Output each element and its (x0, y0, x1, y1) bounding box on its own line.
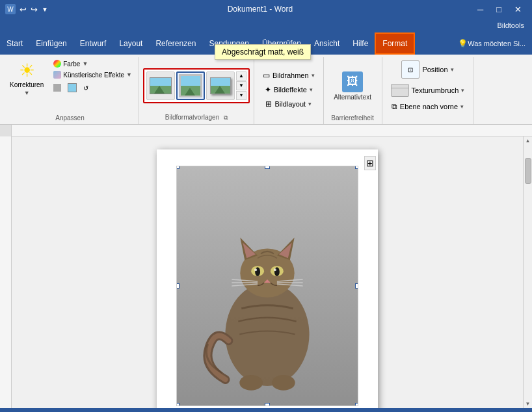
reset-icon: ↺ (83, 84, 88, 92)
handle-tc[interactable] (265, 166, 270, 169)
menu-layout[interactable]: Layout (113, 32, 149, 55)
word-page (157, 149, 378, 408)
ebene-label: Ebene nach vorne (400, 103, 458, 110)
quick-access-more[interactable]: ▼ (42, 6, 48, 13)
minimize-button[interactable]: ─ (472, 3, 488, 16)
tooltip: Abgeschrägt matt, weiß (215, 44, 311, 60)
bildformatvorlagen-label: Bildformatvorlagen ⧉ (143, 112, 250, 123)
anpassen-content: ☀ Korrekturen ▼ Farbe ▼ Künstlerische Ef… (5, 58, 135, 113)
bildrahmen-button[interactable]: ▭ Bildrahmen ▾ (258, 69, 319, 82)
maximize-button[interactable]: □ (491, 3, 507, 16)
ruler-corner (0, 125, 12, 136)
bildtools-bar: Bildtools (0, 18, 532, 32)
search-label: Was möchten Si... (468, 40, 525, 47)
title-bar-controls: ─ □ ✕ (472, 3, 527, 16)
texturumbruch-arrow: ▾ (461, 87, 464, 94)
position-button[interactable]: ⊡ Position ▾ (397, 58, 458, 81)
status-bar (0, 408, 532, 412)
scrollbar-vertical[interactable]: ▲ ▼ (523, 136, 532, 408)
ribbon-group-bild-options: ▭ Bildrahmen ▾ ✦ Bildeffekte ▾ ⊞ Bildlay… (254, 57, 324, 124)
alternativtext-button[interactable]: 🖼 Alternativtext (328, 69, 377, 103)
quick-access-undo[interactable]: ↩ (20, 5, 27, 14)
svg-rect-0 (12, 125, 532, 136)
position-icon: ⊡ (401, 60, 419, 79)
svg-point-3 (225, 283, 309, 386)
ribbon-group-anordnung: ⊡ Position ▾ Texturumbruch ▾ ⧉ Ebene nac… (382, 57, 474, 124)
document-area-wrapper: ⊞ ▲ ▼ (0, 136, 532, 408)
korrekturen-button[interactable]: ☀ Korrekturen ▼ (5, 58, 48, 99)
alternativtext-icon: 🖼 (342, 71, 363, 92)
farbe-icon (53, 60, 61, 68)
farbe-arrow: ▼ (82, 60, 88, 67)
kuenstlerische-button[interactable]: Künstlerische Effekte ▼ (51, 70, 135, 80)
bildeffekte-button[interactable]: ✦ Bildeffekte ▾ (260, 83, 317, 96)
gallery-expand[interactable]: ▾ (236, 91, 246, 100)
menu-entwurf[interactable]: Entwurf (73, 32, 113, 55)
style-thumb-2[interactable] (176, 71, 205, 100)
compress-icon (53, 84, 61, 92)
kuenstlerische-icon (53, 71, 61, 79)
ruler-vertical (0, 136, 12, 408)
handle-bc[interactable] (265, 403, 270, 406)
style-shadow-inner (210, 77, 231, 94)
gallery-scroll-up[interactable]: ▲ (236, 71, 246, 81)
bildstile-label (258, 120, 319, 123)
handle-mr[interactable] (355, 283, 358, 289)
barrierefreiheit-content: 🖼 Alternativtext (328, 58, 377, 113)
ruler-horizontal (12, 125, 532, 136)
style-gallery: ▲ ▼ ▾ (143, 68, 250, 103)
change-button[interactable] (65, 82, 79, 94)
handle-br[interactable] (355, 403, 358, 406)
scroll-down-arrow[interactable]: ▼ (524, 400, 532, 408)
bildlayout-label: Bildlayout (274, 100, 306, 108)
scroll-up-arrow[interactable]: ▲ (524, 136, 532, 145)
ebene-button[interactable]: ⧉ Ebene nach vorne ▾ (387, 100, 468, 113)
menu-format[interactable]: Format (375, 32, 415, 55)
menu-hilfe[interactable]: Hilfe (346, 32, 375, 55)
bildformatvorlagen-expand-icon[interactable]: ⧉ (224, 114, 228, 121)
menu-einfuegen[interactable]: Einfügen (29, 32, 73, 55)
cat-photo (177, 166, 358, 406)
ruler-area (0, 125, 532, 136)
menu-ansicht[interactable]: Ansicht (308, 32, 346, 55)
bildlayout-arrow: ▾ (308, 101, 312, 107)
anpassen-label: Anpassen (5, 113, 135, 123)
mountain-1 (150, 78, 171, 94)
cat-image[interactable] (176, 166, 358, 406)
window-title: Dokument1 - Word (48, 5, 472, 14)
style-thumb-1[interactable] (146, 71, 175, 100)
quick-access-redo[interactable]: ↪ (31, 5, 38, 14)
mountain-3 (211, 78, 230, 94)
ribbon-group-anpassen: ☀ Korrekturen ▼ Farbe ▼ Künstlerische Ef… (1, 57, 139, 124)
svg-point-13 (254, 268, 257, 271)
reset-button[interactable]: ↺ (81, 82, 91, 94)
bildlayout-button[interactable]: ⊞ Bildlayout ▾ (261, 97, 316, 110)
texturumbruch-icon (391, 84, 409, 97)
layout-options-symbol: ⊞ (366, 158, 374, 168)
handle-tr[interactable] (355, 166, 358, 169)
menu-start[interactable]: Start (0, 32, 29, 55)
style-flat-inner (150, 77, 172, 94)
bildlayout-icon: ⊞ (265, 99, 272, 109)
close-button[interactable]: ✕ (509, 3, 527, 16)
sun-icon: ☀ (19, 62, 35, 80)
handle-ml[interactable] (176, 283, 180, 289)
gallery-scroll-down[interactable]: ▼ (236, 81, 246, 90)
anpassen-small-btns: Farbe ▼ Künstlerische Effekte ▼ (51, 58, 135, 94)
scroll-thumb[interactable] (525, 158, 531, 184)
gallery-scroll: ▲ ▼ ▾ (236, 71, 246, 100)
menu-referenzen[interactable]: Referenzen (149, 32, 202, 55)
style-thumb-3[interactable] (206, 71, 235, 100)
handle-bl[interactable] (176, 403, 180, 406)
compress-button[interactable] (51, 82, 64, 94)
page-area (12, 136, 523, 408)
layout-options-icon[interactable]: ⊞ (364, 156, 376, 170)
farbe-button[interactable]: Farbe ▼ (51, 58, 135, 69)
alternativtext-label: Alternativtext (334, 94, 371, 101)
title-bar-left: W ↩ ↪ ▼ (5, 4, 48, 14)
handle-tl[interactable] (176, 166, 180, 169)
word-icon: W (5, 4, 16, 14)
menu-search-icon[interactable]: 💡 Was möchten Si... (451, 32, 532, 55)
texturumbruch-button[interactable]: Texturumbruch ▾ (386, 82, 470, 99)
farbe-label: Farbe (63, 60, 80, 68)
